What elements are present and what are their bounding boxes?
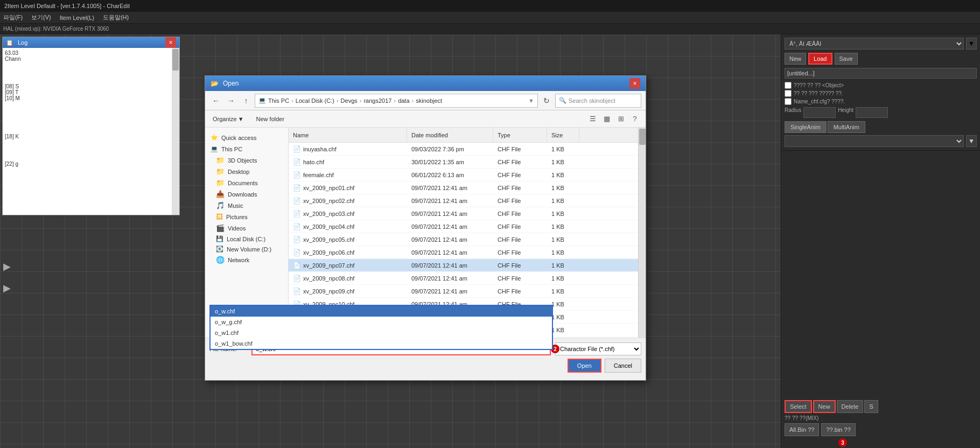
up-button[interactable]: ↑ xyxy=(240,94,253,107)
nav-item-new-volume[interactable]: 💽 New Volume (D:) xyxy=(207,244,286,254)
file-row-7[interactable]: 📄xv_2009_npc05.chf 09/07/2021 12:41 am C… xyxy=(289,233,638,246)
breadcrumb-sep-1: › xyxy=(337,97,339,104)
nav-item-3dobjects[interactable]: 📁 3D Objects xyxy=(207,155,286,166)
file-row-4[interactable]: 📄xv_2009_npc02.chf 09/07/2021 12:41 am C… xyxy=(289,194,638,207)
file-name-8: xv_2009_npc06.chf xyxy=(303,249,354,256)
breadcrumb-devgs[interactable]: Devgs xyxy=(341,97,358,104)
file-icon-1: 📄 xyxy=(293,158,301,166)
file-row-3[interactable]: 📄xv_2009_npc01.chf 09/07/2021 12:41 am C… xyxy=(289,181,638,194)
disk-d-icon: 💽 xyxy=(216,246,223,253)
file-date-9: 09/07/2021 12:41 am xyxy=(407,262,493,269)
quick-access-header[interactable]: ⭐ Quick access xyxy=(207,132,286,143)
file-row-0[interactable]: 📄inuyasha.chf 09/03/2022 7:36 pm CHF Fil… xyxy=(289,143,638,156)
file-row-9[interactable]: 📄xv_2009_npc07.chf 09/07/2021 12:41 am C… xyxy=(289,259,638,272)
breadcrumb-this-pc[interactable]: This PC xyxy=(268,97,289,104)
col-header-name[interactable]: Name xyxy=(289,128,407,142)
file-icon-8: 📄 xyxy=(293,249,301,256)
file-row-2[interactable]: 📄feemale.chf 06/01/2022 6:13 am CHF File… xyxy=(289,169,638,181)
file-type-2: CHF File xyxy=(493,172,547,178)
autocomplete-item-0[interactable]: o_w.chf xyxy=(211,306,552,317)
nav-label-music: Music xyxy=(228,202,243,209)
file-date-7: 09/07/2021 12:41 am xyxy=(407,236,493,243)
file-name-1: hato.chf xyxy=(303,159,324,165)
breadcrumb-data[interactable]: data xyxy=(398,97,409,104)
cancel-button[interactable]: Cancel xyxy=(605,359,641,373)
file-row-6[interactable]: 📄xv_2009_npc04.chf 09/07/2021 12:41 am C… xyxy=(289,220,638,233)
file-date-6: 09/07/2021 12:41 am xyxy=(407,223,493,230)
dialog-footer: o_w.chf o_w_g.chf o_w1.chf o_w1_bow.chf … xyxy=(205,338,646,380)
breadcrumb-icon: 💻 xyxy=(258,97,266,104)
file-icon-7: 📄 xyxy=(293,236,301,243)
breadcrumb-sep-4: › xyxy=(412,97,414,104)
folder-pictures-icon: 🖼 xyxy=(216,213,223,221)
file-size-6: 1 KB xyxy=(547,223,579,230)
nav-item-videos[interactable]: 🎬 Videos xyxy=(207,222,286,234)
file-name-9: xv_2009_npc07.chf xyxy=(303,262,354,269)
filelist-scrollbar[interactable] xyxy=(638,128,646,338)
col-header-size[interactable]: Size xyxy=(547,128,579,142)
autocomplete-item-2[interactable]: o_w1.chf xyxy=(211,327,552,338)
file-size-5: 1 KB xyxy=(547,211,579,217)
file-size-8: 1 KB xyxy=(547,249,579,256)
refresh-button[interactable]: ↻ xyxy=(540,94,553,107)
file-type-8: CHF File xyxy=(493,249,547,256)
open-button[interactable]: Open xyxy=(568,359,601,373)
file-size-3: 1 KB xyxy=(547,185,579,191)
nav-item-network[interactable]: 🌐 Network xyxy=(207,254,286,265)
help-button[interactable]: ? xyxy=(628,113,641,125)
breadcrumb-dropdown[interactable]: ▼ xyxy=(528,97,534,104)
nav-item-pictures[interactable]: 🖼 Pictures xyxy=(207,211,286,222)
file-row-10[interactable]: 📄xv_2009_npc08.chf 09/07/2021 12:41 am C… xyxy=(289,272,638,285)
organize-button[interactable]: Organize ▼ xyxy=(209,113,247,125)
search-box[interactable]: 🔍 Search skinobject xyxy=(555,94,641,108)
file-icon-5: 📄 xyxy=(293,210,301,218)
organize-dropdown-icon: ▼ xyxy=(238,116,244,122)
autocomplete-item-1[interactable]: o_w_g.chf xyxy=(211,317,552,327)
autocomplete-item-3[interactable]: o_w1_bow.chf xyxy=(211,338,552,349)
file-name-10: xv_2009_npc08.chf xyxy=(303,275,354,282)
file-size-9: 1 KB xyxy=(547,262,579,269)
view-list-button[interactable]: ☰ xyxy=(586,113,599,125)
col-header-date[interactable]: Date modified xyxy=(407,128,493,142)
breadcrumb-bar[interactable]: 💻 This PC › Local Disk (C:) › Devgs › ra… xyxy=(255,94,538,108)
dialog-close-button[interactable]: × xyxy=(629,78,640,89)
quick-access-label: Quick access xyxy=(221,135,256,141)
file-name-0: inuyasha.chf xyxy=(303,146,337,152)
file-icon-9: 📄 xyxy=(293,262,301,269)
view-tiles-button[interactable]: ⊞ xyxy=(614,113,627,125)
file-row-1[interactable]: 📄hato.chf 30/01/2022 1:35 am CHF File 1 … xyxy=(289,156,638,169)
search-placeholder: Search skinobject xyxy=(569,97,615,104)
col-header-type[interactable]: Type xyxy=(493,128,547,142)
breadcrumb-rangs[interactable]: rangs2017 xyxy=(363,97,391,104)
file-date-5: 09/07/2021 12:41 am xyxy=(407,211,493,217)
nav-item-documents[interactable]: 📁 Documents xyxy=(207,177,286,188)
back-button[interactable]: ← xyxy=(209,94,222,107)
file-row-11[interactable]: 📄xv_2009_npc09.chf 09/07/2021 12:41 am C… xyxy=(289,285,638,298)
nav-item-desktop[interactable]: 📁 Desktop xyxy=(207,166,286,177)
this-pc-header[interactable]: 💻 This PC xyxy=(207,143,286,155)
folder-downloads-icon: 📥 xyxy=(216,190,225,198)
folder-3dobjects-icon: 📁 xyxy=(216,156,225,164)
forward-button[interactable]: → xyxy=(225,94,237,107)
view-controls: ☰ ▦ ⊞ ? xyxy=(586,113,641,125)
nav-item-music[interactable]: 🎵 Music xyxy=(207,200,286,211)
nav-label-desktop: Desktop xyxy=(228,169,249,175)
nav-item-local-disk[interactable]: 💾 Local Disk (C:) xyxy=(207,234,286,244)
view-details-button[interactable]: ▦ xyxy=(600,113,613,125)
breadcrumb-skinobject[interactable]: skinobject xyxy=(416,97,442,104)
file-row-5[interactable]: 📄xv_2009_npc03.chf 09/07/2021 12:41 am C… xyxy=(289,207,638,220)
nav-item-downloads[interactable]: 📥 Downloads xyxy=(207,188,286,200)
footer-buttons: Open Cancel xyxy=(568,359,641,373)
new-folder-button[interactable]: New folder xyxy=(251,113,290,125)
file-icon-3: 📄 xyxy=(293,184,301,192)
autocomplete-dropdown[interactable]: o_w.chf o_w_g.chf o_w1.chf o_w1_bow.chf xyxy=(209,305,553,350)
nav-label-new-volume: New Volume (D:) xyxy=(227,246,271,253)
file-type-6: CHF File xyxy=(493,223,547,230)
file-date-11: 09/07/2021 12:41 am xyxy=(407,288,493,295)
dialog-title-left: 📂 Open xyxy=(211,80,239,87)
folder-music-icon: 🎵 xyxy=(216,201,225,209)
filetype-dropdown[interactable]: Charactor File (*.chf) xyxy=(555,342,641,355)
file-row-8[interactable]: 📄xv_2009_npc06.chf 09/07/2021 12:41 am C… xyxy=(289,246,638,259)
breadcrumb-sep-3: › xyxy=(394,97,396,104)
breadcrumb-local-disk[interactable]: Local Disk (C:) xyxy=(296,97,334,104)
